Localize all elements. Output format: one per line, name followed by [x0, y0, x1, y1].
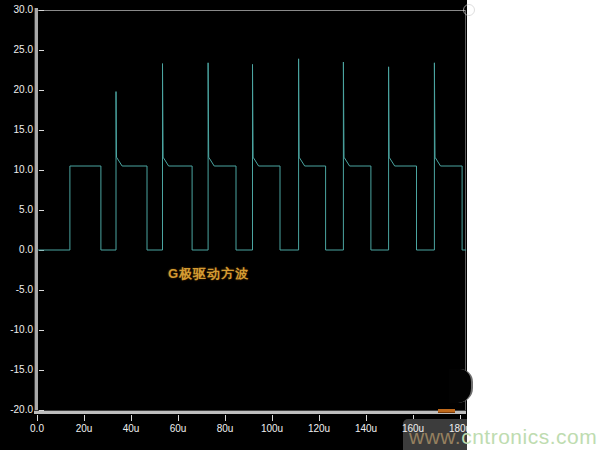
simulation-plot-screenshot: 30.025.020.015.010.05.00.0-5.0-10.0-15.0… — [0, 0, 600, 450]
y-tick-label: 5.0 — [0, 204, 33, 216]
x-tick-label: 0.0 — [17, 423, 57, 435]
y-tick-label: 30.0 — [0, 4, 33, 16]
waveform-svg — [0, 0, 467, 450]
watermark-domain: cntronics.com — [461, 425, 597, 448]
y-tick-label: -5.0 — [0, 284, 33, 296]
x-tick-label: 120u — [299, 423, 339, 435]
x-tick-label: 80u — [205, 423, 245, 435]
watermark: www.cntronics.com — [409, 426, 597, 448]
y-tick-label: -15.0 — [0, 364, 33, 376]
plot-window: 30.025.020.015.010.05.00.0-5.0-10.0-15.0… — [0, 0, 467, 450]
x-tick-label: 20u — [64, 423, 104, 435]
y-tick-label: 25.0 — [0, 44, 33, 56]
y-tick-label: 20.0 — [0, 84, 33, 96]
corner-marker-circle — [463, 4, 475, 16]
y-tick-label: 15.0 — [0, 124, 33, 136]
y-tick-label: -20.0 — [0, 404, 33, 416]
x-tick-label: 60u — [158, 423, 198, 435]
y-tick-label: -10.0 — [0, 324, 33, 336]
y-tick-label: 10.0 — [0, 164, 33, 176]
waveform-annotation: G极驱动方波 — [168, 266, 249, 281]
x-tick-label: 100u — [252, 423, 292, 435]
x-tick-label: 40u — [111, 423, 151, 435]
watermark-www: www. — [409, 425, 461, 448]
y-tick-label: 0.0 — [0, 244, 33, 256]
x-tick-label: 140u — [346, 423, 386, 435]
waveform-trace — [38, 59, 466, 250]
axis-orange-dash — [438, 409, 455, 412]
